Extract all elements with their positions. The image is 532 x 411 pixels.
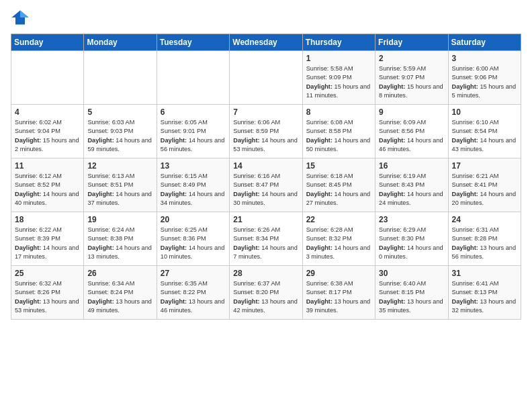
day-info: Sunrise: 6:13 AMSunset: 8:51 PMDaylight:… bbox=[87, 172, 152, 208]
day-number: 21 bbox=[233, 215, 298, 224]
calendar-cell-1-3: 7Sunrise: 6:06 AMSunset: 8:59 PMDaylight… bbox=[230, 105, 302, 158]
day-number: 15 bbox=[306, 161, 371, 171]
calendar-cell-2-5: 16Sunrise: 6:19 AMSunset: 8:43 PMDayligh… bbox=[375, 158, 448, 212]
day-number: 25 bbox=[15, 269, 80, 278]
calendar-cell-4-3: 28Sunrise: 6:37 AMSunset: 8:20 PMDayligh… bbox=[230, 266, 302, 320]
day-info: Sunrise: 6:41 AMSunset: 8:13 PMDaylight:… bbox=[452, 279, 517, 315]
svg-marker-1 bbox=[20, 11, 29, 18]
week-row-0: 1Sunrise: 5:58 AMSunset: 9:09 PMDaylight… bbox=[11, 51, 521, 105]
day-number: 26 bbox=[87, 269, 152, 278]
day-number: 3 bbox=[452, 54, 517, 63]
week-row-2: 11Sunrise: 6:12 AMSunset: 8:52 PMDayligh… bbox=[11, 158, 521, 212]
header-tuesday: Tuesday bbox=[157, 34, 229, 51]
day-number: 18 bbox=[15, 215, 80, 224]
day-number: 16 bbox=[379, 161, 444, 171]
calendar-cell-4-5: 30Sunrise: 6:40 AMSunset: 8:15 PMDayligh… bbox=[375, 266, 448, 320]
calendar-cell-0-6: 3Sunrise: 6:00 AMSunset: 9:06 PMDaylight… bbox=[448, 51, 521, 105]
day-number: 28 bbox=[233, 269, 298, 278]
calendar-cell-0-0 bbox=[11, 51, 84, 105]
header-saturday: Saturday bbox=[448, 34, 521, 51]
day-number: 11 bbox=[15, 161, 80, 171]
calendar-cell-1-5: 9Sunrise: 6:09 AMSunset: 8:56 PMDaylight… bbox=[375, 105, 448, 158]
calendar-table: SundayMondayTuesdayWednesdayThursdayFrid… bbox=[11, 34, 521, 320]
calendar-cell-1-2: 6Sunrise: 6:05 AMSunset: 9:01 PMDaylight… bbox=[157, 105, 229, 158]
day-info: Sunrise: 6:28 AMSunset: 8:32 PMDaylight:… bbox=[306, 226, 371, 261]
calendar-cell-2-4: 15Sunrise: 6:18 AMSunset: 8:45 PMDayligh… bbox=[302, 158, 375, 212]
calendar-cell-0-4: 1Sunrise: 5:58 AMSunset: 9:09 PMDaylight… bbox=[302, 51, 375, 105]
day-info: Sunrise: 6:29 AMSunset: 8:30 PMDaylight:… bbox=[379, 226, 444, 261]
day-info: Sunrise: 6:06 AMSunset: 8:59 PMDaylight:… bbox=[233, 118, 298, 154]
day-number: 13 bbox=[161, 161, 226, 171]
day-info: Sunrise: 6:09 AMSunset: 8:56 PMDaylight:… bbox=[379, 118, 444, 154]
day-info: Sunrise: 6:34 AMSunset: 8:24 PMDaylight:… bbox=[87, 279, 152, 315]
day-number: 27 bbox=[161, 269, 226, 278]
day-info: Sunrise: 5:59 AMSunset: 9:07 PMDaylight:… bbox=[379, 64, 444, 100]
calendar-cell-0-5: 2Sunrise: 5:59 AMSunset: 9:07 PMDaylight… bbox=[375, 51, 448, 105]
header-friday: Friday bbox=[375, 34, 448, 51]
day-number: 8 bbox=[306, 107, 371, 117]
header-row: SundayMondayTuesdayWednesdayThursdayFrid… bbox=[11, 34, 521, 51]
day-info: Sunrise: 6:19 AMSunset: 8:43 PMDaylight:… bbox=[379, 172, 444, 208]
day-number: 17 bbox=[452, 161, 517, 171]
header-monday: Monday bbox=[84, 34, 157, 51]
day-info: Sunrise: 6:22 AMSunset: 8:39 PMDaylight:… bbox=[15, 226, 80, 261]
day-number: 7 bbox=[233, 107, 298, 117]
calendar-cell-4-4: 29Sunrise: 6:38 AMSunset: 8:17 PMDayligh… bbox=[302, 266, 375, 320]
day-number: 23 bbox=[379, 215, 444, 224]
day-info: Sunrise: 6:24 AMSunset: 8:38 PMDaylight:… bbox=[87, 226, 152, 261]
calendar-cell-3-4: 22Sunrise: 6:28 AMSunset: 8:32 PMDayligh… bbox=[302, 212, 375, 266]
day-number: 10 bbox=[452, 107, 517, 117]
calendar-cell-1-6: 10Sunrise: 6:10 AMSunset: 8:54 PMDayligh… bbox=[448, 105, 521, 158]
day-number: 12 bbox=[87, 161, 152, 171]
day-number: 4 bbox=[15, 107, 80, 117]
day-info: Sunrise: 6:31 AMSunset: 8:28 PMDaylight:… bbox=[452, 226, 517, 261]
calendar-cell-4-0: 25Sunrise: 6:32 AMSunset: 8:26 PMDayligh… bbox=[11, 266, 84, 320]
day-info: Sunrise: 5:58 AMSunset: 9:09 PMDaylight:… bbox=[306, 64, 371, 100]
calendar-cell-3-1: 19Sunrise: 6:24 AMSunset: 8:38 PMDayligh… bbox=[84, 212, 157, 266]
day-info: Sunrise: 6:08 AMSunset: 8:58 PMDaylight:… bbox=[306, 118, 371, 154]
calendar-cell-4-2: 27Sunrise: 6:35 AMSunset: 8:22 PMDayligh… bbox=[157, 266, 229, 320]
day-info: Sunrise: 6:21 AMSunset: 8:41 PMDaylight:… bbox=[452, 172, 517, 208]
calendar-cell-3-5: 23Sunrise: 6:29 AMSunset: 8:30 PMDayligh… bbox=[375, 212, 448, 266]
logo bbox=[11, 8, 31, 27]
day-info: Sunrise: 6:05 AMSunset: 9:01 PMDaylight:… bbox=[161, 118, 226, 154]
day-info: Sunrise: 6:03 AMSunset: 9:03 PMDaylight:… bbox=[87, 118, 152, 154]
day-info: Sunrise: 6:37 AMSunset: 8:20 PMDaylight:… bbox=[233, 279, 298, 315]
calendar-cell-0-2 bbox=[157, 51, 229, 105]
calendar-cell-1-1: 5Sunrise: 6:03 AMSunset: 9:03 PMDaylight… bbox=[84, 105, 157, 158]
calendar-cell-1-0: 4Sunrise: 6:02 AMSunset: 9:04 PMDaylight… bbox=[11, 105, 84, 158]
calendar-cell-2-2: 13Sunrise: 6:15 AMSunset: 8:49 PMDayligh… bbox=[157, 158, 229, 212]
day-info: Sunrise: 6:35 AMSunset: 8:22 PMDaylight:… bbox=[161, 279, 226, 315]
day-number: 22 bbox=[306, 215, 371, 224]
week-row-4: 25Sunrise: 6:32 AMSunset: 8:26 PMDayligh… bbox=[11, 266, 521, 320]
calendar-container: SundayMondayTuesdayWednesdayThursdayFrid… bbox=[0, 0, 532, 325]
header-sunday: Sunday bbox=[11, 34, 84, 51]
week-row-3: 18Sunrise: 6:22 AMSunset: 8:39 PMDayligh… bbox=[11, 212, 521, 266]
day-number: 31 bbox=[452, 269, 517, 278]
day-info: Sunrise: 6:12 AMSunset: 8:52 PMDaylight:… bbox=[15, 172, 80, 208]
logo-icon bbox=[11, 8, 30, 27]
calendar-cell-4-1: 26Sunrise: 6:34 AMSunset: 8:24 PMDayligh… bbox=[84, 266, 157, 320]
calendar-cell-2-1: 12Sunrise: 6:13 AMSunset: 8:51 PMDayligh… bbox=[84, 158, 157, 212]
day-info: Sunrise: 6:40 AMSunset: 8:15 PMDaylight:… bbox=[379, 279, 444, 315]
day-info: Sunrise: 6:32 AMSunset: 8:26 PMDaylight:… bbox=[15, 279, 80, 315]
day-number: 14 bbox=[233, 161, 298, 171]
day-info: Sunrise: 6:26 AMSunset: 8:34 PMDaylight:… bbox=[233, 226, 298, 261]
calendar-cell-2-3: 14Sunrise: 6:16 AMSunset: 8:47 PMDayligh… bbox=[230, 158, 302, 212]
header-thursday: Thursday bbox=[302, 34, 375, 51]
day-info: Sunrise: 6:00 AMSunset: 9:06 PMDaylight:… bbox=[452, 64, 517, 100]
calendar-cell-0-1 bbox=[84, 51, 157, 105]
calendar-cell-1-4: 8Sunrise: 6:08 AMSunset: 8:58 PMDaylight… bbox=[302, 105, 375, 158]
day-info: Sunrise: 6:02 AMSunset: 9:04 PMDaylight:… bbox=[15, 118, 80, 154]
day-number: 9 bbox=[379, 107, 444, 117]
day-info: Sunrise: 6:15 AMSunset: 8:49 PMDaylight:… bbox=[161, 172, 226, 208]
day-info: Sunrise: 6:16 AMSunset: 8:47 PMDaylight:… bbox=[233, 172, 298, 208]
day-number: 1 bbox=[306, 54, 371, 63]
day-number: 2 bbox=[379, 54, 444, 63]
day-info: Sunrise: 6:25 AMSunset: 8:36 PMDaylight:… bbox=[161, 226, 226, 261]
day-number: 19 bbox=[87, 215, 152, 224]
day-number: 29 bbox=[306, 269, 371, 278]
calendar-cell-3-3: 21Sunrise: 6:26 AMSunset: 8:34 PMDayligh… bbox=[230, 212, 302, 266]
day-number: 5 bbox=[87, 107, 152, 117]
calendar-cell-3-2: 20Sunrise: 6:25 AMSunset: 8:36 PMDayligh… bbox=[157, 212, 229, 266]
